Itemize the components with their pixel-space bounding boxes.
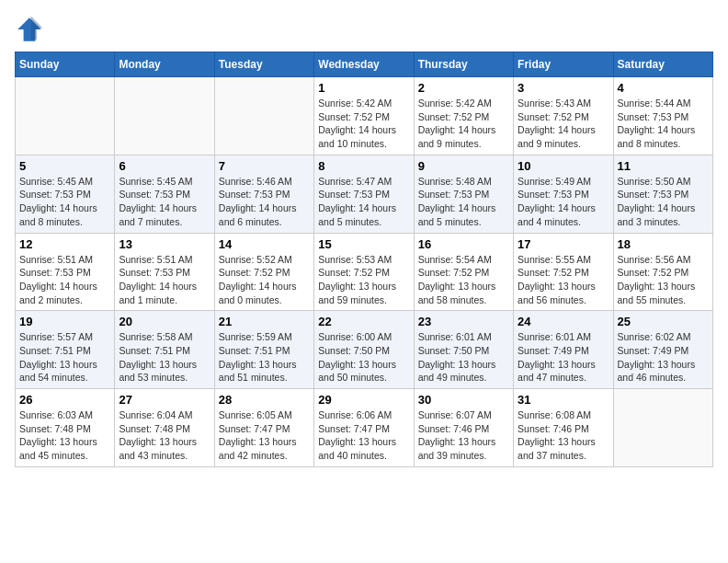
day-info: Sunrise: 5:53 AMSunset: 7:52 PMDaylight:… <box>318 253 409 307</box>
day-number: 29 <box>318 393 409 407</box>
calendar-cell: 22Sunrise: 6:00 AMSunset: 7:50 PMDayligh… <box>314 311 414 389</box>
day-number: 1 <box>318 81 409 95</box>
day-number: 26 <box>19 393 110 407</box>
svg-marker-1 <box>31 17 43 40</box>
header <box>15 15 713 44</box>
day-info: Sunrise: 5:44 AMSunset: 7:53 PMDaylight:… <box>618 97 709 151</box>
day-number: 24 <box>518 315 609 328</box>
calendar-cell: 7Sunrise: 5:46 AMSunset: 7:53 PMDaylight… <box>214 155 313 233</box>
day-number: 22 <box>318 315 409 328</box>
weekday-header-thursday: Thursday <box>414 52 513 77</box>
week-row-2: 5Sunrise: 5:45 AMSunset: 7:53 PMDaylight… <box>16 155 713 233</box>
day-number: 2 <box>418 81 509 95</box>
day-info: Sunrise: 6:04 AMSunset: 7:48 PMDaylight:… <box>119 408 210 463</box>
calendar-cell: 23Sunrise: 6:01 AMSunset: 7:50 PMDayligh… <box>414 311 513 389</box>
weekday-header-sunday: Sunday <box>16 52 115 77</box>
calendar-cell: 16Sunrise: 5:54 AMSunset: 7:52 PMDayligh… <box>414 233 513 311</box>
day-number: 3 <box>518 81 609 95</box>
day-info: Sunrise: 5:51 AMSunset: 7:53 PMDaylight:… <box>19 253 110 307</box>
day-info: Sunrise: 5:48 AMSunset: 7:53 PMDaylight:… <box>418 175 509 229</box>
day-info: Sunrise: 5:54 AMSunset: 7:52 PMDaylight:… <box>418 253 509 307</box>
calendar-cell <box>16 77 115 155</box>
day-number: 23 <box>418 315 509 328</box>
calendar-cell: 10Sunrise: 5:49 AMSunset: 7:53 PMDayligh… <box>514 155 613 233</box>
day-info: Sunrise: 6:05 AMSunset: 7:47 PMDaylight:… <box>219 408 310 463</box>
calendar-cell: 28Sunrise: 6:05 AMSunset: 7:47 PMDayligh… <box>214 389 313 467</box>
day-number: 6 <box>119 159 210 173</box>
calendar-cell: 26Sunrise: 6:03 AMSunset: 7:48 PMDayligh… <box>16 389 115 467</box>
day-info: Sunrise: 5:59 AMSunset: 7:51 PMDaylight:… <box>219 330 310 385</box>
svg-marker-0 <box>17 17 41 41</box>
week-row-1: 1Sunrise: 5:42 AMSunset: 7:52 PMDaylight… <box>16 77 713 155</box>
day-info: Sunrise: 5:42 AMSunset: 7:52 PMDaylight:… <box>418 97 509 151</box>
day-number: 8 <box>318 159 409 173</box>
day-info: Sunrise: 5:58 AMSunset: 7:51 PMDaylight:… <box>119 330 210 385</box>
calendar-cell: 6Sunrise: 5:45 AMSunset: 7:53 PMDaylight… <box>115 155 214 233</box>
calendar-cell <box>613 389 712 467</box>
day-number: 10 <box>518 159 609 173</box>
weekday-header-row: SundayMondayTuesdayWednesdayThursdayFrid… <box>16 52 713 77</box>
calendar-cell: 8Sunrise: 5:47 AMSunset: 7:53 PMDaylight… <box>314 155 414 233</box>
calendar-cell: 9Sunrise: 5:48 AMSunset: 7:53 PMDaylight… <box>414 155 513 233</box>
day-info: Sunrise: 5:45 AMSunset: 7:53 PMDaylight:… <box>19 175 110 229</box>
day-info: Sunrise: 5:57 AMSunset: 7:51 PMDaylight:… <box>19 330 110 385</box>
week-row-3: 12Sunrise: 5:51 AMSunset: 7:53 PMDayligh… <box>16 233 713 311</box>
weekday-header-friday: Friday <box>514 52 613 77</box>
day-info: Sunrise: 5:52 AMSunset: 7:52 PMDaylight:… <box>219 253 310 307</box>
day-number: 14 <box>219 237 310 251</box>
weekday-header-monday: Monday <box>115 52 214 77</box>
logo <box>15 15 48 44</box>
week-row-5: 26Sunrise: 6:03 AMSunset: 7:48 PMDayligh… <box>16 389 713 467</box>
day-number: 15 <box>318 237 409 251</box>
calendar-cell: 12Sunrise: 5:51 AMSunset: 7:53 PMDayligh… <box>16 233 115 311</box>
calendar-cell: 2Sunrise: 5:42 AMSunset: 7:52 PMDaylight… <box>414 77 513 155</box>
calendar-cell: 17Sunrise: 5:55 AMSunset: 7:52 PMDayligh… <box>514 233 613 311</box>
calendar-cell: 21Sunrise: 5:59 AMSunset: 7:51 PMDayligh… <box>214 311 313 389</box>
calendar-cell <box>214 77 313 155</box>
day-number: 17 <box>518 237 609 251</box>
day-info: Sunrise: 5:56 AMSunset: 7:52 PMDaylight:… <box>618 253 709 307</box>
day-number: 19 <box>19 315 110 328</box>
weekday-header-tuesday: Tuesday <box>214 52 313 77</box>
calendar-table: SundayMondayTuesdayWednesdayThursdayFrid… <box>15 52 713 467</box>
calendar-cell: 18Sunrise: 5:56 AMSunset: 7:52 PMDayligh… <box>613 233 712 311</box>
day-info: Sunrise: 6:08 AMSunset: 7:46 PMDaylight:… <box>518 408 609 463</box>
calendar-cell: 24Sunrise: 6:01 AMSunset: 7:49 PMDayligh… <box>514 311 613 389</box>
calendar-cell: 5Sunrise: 5:45 AMSunset: 7:53 PMDaylight… <box>16 155 115 233</box>
day-info: Sunrise: 5:42 AMSunset: 7:52 PMDaylight:… <box>318 97 409 151</box>
day-info: Sunrise: 6:03 AMSunset: 7:48 PMDaylight:… <box>19 408 110 463</box>
calendar-cell: 19Sunrise: 5:57 AMSunset: 7:51 PMDayligh… <box>16 311 115 389</box>
calendar-cell: 29Sunrise: 6:06 AMSunset: 7:47 PMDayligh… <box>314 389 414 467</box>
calendar-cell: 3Sunrise: 5:43 AMSunset: 7:52 PMDaylight… <box>514 77 613 155</box>
day-info: Sunrise: 6:01 AMSunset: 7:50 PMDaylight:… <box>418 330 509 385</box>
day-number: 30 <box>418 393 509 407</box>
day-number: 16 <box>418 237 509 251</box>
calendar-cell: 27Sunrise: 6:04 AMSunset: 7:48 PMDayligh… <box>115 389 214 467</box>
day-info: Sunrise: 5:46 AMSunset: 7:53 PMDaylight:… <box>219 175 310 229</box>
day-info: Sunrise: 6:06 AMSunset: 7:47 PMDaylight:… <box>318 408 409 463</box>
day-number: 21 <box>219 315 310 328</box>
calendar-cell: 11Sunrise: 5:50 AMSunset: 7:53 PMDayligh… <box>613 155 712 233</box>
day-number: 18 <box>618 237 709 251</box>
calendar-cell: 1Sunrise: 5:42 AMSunset: 7:52 PMDaylight… <box>314 77 414 155</box>
day-number: 20 <box>119 315 210 328</box>
logo-icon <box>15 15 44 44</box>
day-number: 7 <box>219 159 310 173</box>
calendar-cell: 15Sunrise: 5:53 AMSunset: 7:52 PMDayligh… <box>314 233 414 311</box>
day-number: 11 <box>618 159 709 173</box>
day-number: 31 <box>518 393 609 407</box>
day-number: 9 <box>418 159 509 173</box>
day-info: Sunrise: 5:55 AMSunset: 7:52 PMDaylight:… <box>518 253 609 307</box>
day-number: 28 <box>219 393 310 407</box>
calendar-cell <box>115 77 214 155</box>
calendar-cell: 4Sunrise: 5:44 AMSunset: 7:53 PMDaylight… <box>613 77 712 155</box>
day-number: 27 <box>119 393 210 407</box>
day-info: Sunrise: 6:07 AMSunset: 7:46 PMDaylight:… <box>418 408 509 463</box>
week-row-4: 19Sunrise: 5:57 AMSunset: 7:51 PMDayligh… <box>16 311 713 389</box>
day-info: Sunrise: 5:43 AMSunset: 7:52 PMDaylight:… <box>518 97 609 151</box>
day-info: Sunrise: 5:47 AMSunset: 7:53 PMDaylight:… <box>318 175 409 229</box>
calendar-cell: 25Sunrise: 6:02 AMSunset: 7:49 PMDayligh… <box>613 311 712 389</box>
day-info: Sunrise: 5:45 AMSunset: 7:53 PMDaylight:… <box>119 175 210 229</box>
day-info: Sunrise: 6:02 AMSunset: 7:49 PMDaylight:… <box>618 330 709 385</box>
weekday-header-wednesday: Wednesday <box>314 52 414 77</box>
